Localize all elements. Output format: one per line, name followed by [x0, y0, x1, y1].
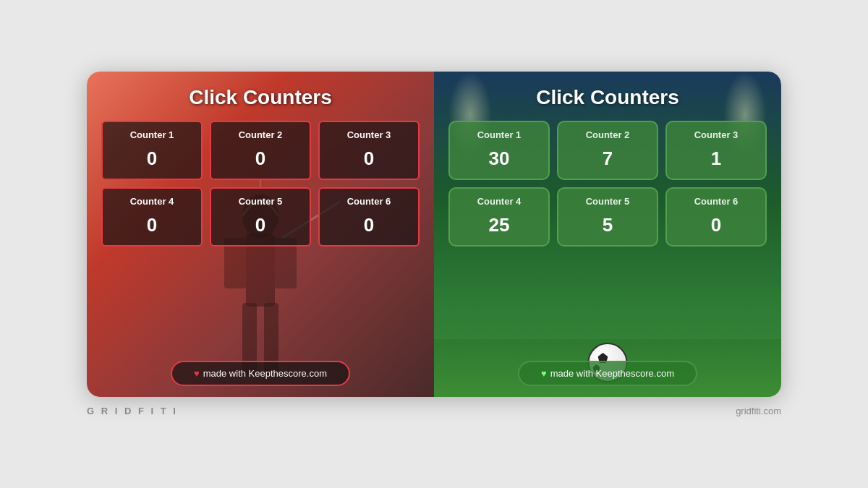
brand-right-label: gridfiti.com	[736, 406, 781, 416]
left-footer-badge: ♥ made with Keepthescore.com	[171, 361, 350, 386]
right-counter-name-3: Counter 3	[694, 129, 739, 140]
right-counter-value-5: 5	[603, 214, 613, 236]
left-counter-card-3[interactable]: Counter 3 0	[318, 121, 420, 180]
left-counter-card-1[interactable]: Counter 1 0	[101, 121, 203, 180]
left-counter-value-4: 0	[147, 214, 157, 236]
right-counter-card-1[interactable]: Counter 1 30	[448, 121, 550, 180]
left-footer-text: made with Keepthescore.com	[203, 368, 327, 379]
right-counters-grid: Counter 1 30 Counter 2 7 Counter 3 1 Cou…	[448, 121, 767, 247]
right-counter-card-6[interactable]: Counter 6 0	[665, 187, 767, 247]
right-heart-icon: ♥	[541, 368, 547, 379]
left-counter-name-6: Counter 6	[347, 196, 391, 207]
left-counter-name-5: Counter 5	[239, 196, 283, 207]
left-panel: Click Counters Counter 1 0 Counter 2 0 C…	[87, 72, 434, 397]
right-panel-title: Click Counters	[536, 86, 679, 109]
right-footer-badge: ♥ made with Keepthescore.com	[518, 361, 697, 386]
left-counter-value-5: 0	[255, 214, 265, 236]
left-counter-name-3: Counter 3	[347, 129, 391, 140]
right-counter-name-6: Counter 6	[694, 196, 739, 207]
right-footer-text: made with Keepthescore.com	[550, 368, 674, 379]
right-counter-name-5: Counter 5	[586, 196, 630, 207]
left-counter-card-2[interactable]: Counter 2 0	[210, 121, 311, 180]
right-counter-value-2: 7	[603, 147, 613, 170]
left-counters-grid: Counter 1 0 Counter 2 0 Counter 3 0 Coun…	[101, 121, 420, 247]
left-counter-name-1: Counter 1	[130, 129, 174, 140]
left-counter-card-6[interactable]: Counter 6 0	[318, 187, 420, 247]
bottom-branding: G R I D F I T I gridfiti.com	[87, 397, 781, 416]
right-panel-content: Click Counters Counter 1 30 Counter 2 7 …	[434, 72, 781, 397]
left-panel-content: Click Counters Counter 1 0 Counter 2 0 C…	[87, 72, 434, 397]
right-counter-name-4: Counter 4	[477, 196, 522, 207]
right-counter-card-4[interactable]: Counter 4 25	[448, 187, 550, 247]
left-counter-value-3: 0	[364, 147, 374, 170]
main-container: Click Counters Counter 1 0 Counter 2 0 C…	[0, 0, 868, 488]
left-counter-name-2: Counter 2	[239, 129, 283, 140]
right-counter-value-4: 25	[489, 214, 510, 236]
left-counter-value-1: 0	[147, 147, 157, 170]
right-counter-name-1: Counter 1	[477, 129, 522, 140]
right-counter-card-5[interactable]: Counter 5 5	[557, 187, 658, 247]
brand-left-label: G R I D F I T I	[87, 406, 178, 416]
right-panel: Click Counters Counter 1 30 Counter 2 7 …	[434, 72, 781, 397]
left-heart-icon: ♥	[194, 368, 200, 379]
right-counter-value-6: 0	[711, 214, 721, 236]
left-counter-value-6: 0	[364, 214, 374, 236]
left-counter-card-4[interactable]: Counter 4 0	[101, 187, 203, 247]
right-counter-name-2: Counter 2	[586, 129, 630, 140]
panels-wrapper: Click Counters Counter 1 0 Counter 2 0 C…	[87, 72, 781, 397]
right-counter-value-3: 1	[711, 147, 721, 170]
left-counter-value-2: 0	[255, 147, 265, 170]
right-counter-card-2[interactable]: Counter 2 7	[557, 121, 658, 180]
left-panel-title: Click Counters	[189, 86, 332, 109]
left-counter-name-4: Counter 4	[130, 196, 174, 207]
right-counter-card-3[interactable]: Counter 3 1	[665, 121, 767, 180]
left-counter-card-5[interactable]: Counter 5 0	[210, 187, 311, 247]
right-counter-value-1: 30	[489, 147, 510, 170]
